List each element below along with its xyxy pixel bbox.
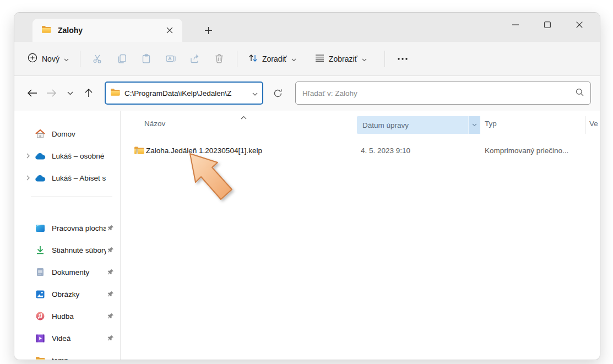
sidebar-item-videos[interactable]: Videá [17,327,118,349]
pin-icon [106,335,115,342]
folder-icon [41,25,51,36]
chevron-down-icon [362,55,367,63]
view-button-label: Zobraziť [329,55,357,63]
onedrive-icon [34,153,46,160]
pin-icon [106,247,115,254]
expand-chevron-icon[interactable] [22,175,34,181]
sidebar-item-onedrive-business[interactable]: Lukáš – Abiset s.r.o [17,167,118,189]
search-input[interactable] [302,89,576,97]
recent-locations-chevron-icon[interactable] [61,84,79,102]
file-type: Komprimovaný priečino... [485,146,568,155]
window-controls [500,13,595,39]
home-icon [34,129,46,138]
sidebar-item-label: Videá [52,334,106,343]
pictures-icon [34,290,46,298]
sidebar-item-label: Lukáš – Abiset s.r.o [52,174,106,182]
videos-icon [34,334,46,343]
more-options-button[interactable] [390,48,415,70]
file-list-pane: Názov Dátum úpravy Typ Ve Zaloha.Jedáleň… [121,111,600,360]
close-button[interactable] [563,13,595,37]
pin-icon [106,291,115,298]
toolbar-separator [80,51,80,67]
search-box[interactable] [295,82,591,105]
sort-button[interactable]: Zoradiť [243,49,302,69]
sidebar-item-documents[interactable]: Dokumenty [17,261,118,283]
sidebar-separator [31,197,112,197]
share-button[interactable] [183,48,207,70]
delete-button[interactable] [207,48,231,70]
filter-chevron-icon[interactable] [468,116,480,134]
sidebar-item-label: Domov [52,130,106,138]
documents-icon [34,268,46,276]
downloads-icon [34,246,46,254]
command-bar: Nový Zoradiť [14,42,600,76]
toolbar-separator [384,51,385,67]
file-name[interactable]: Zaloha.Jedáleň 1.20230504[1].kelp [146,146,262,155]
tab-bar: Zalohy [14,13,600,42]
sidebar-item-home[interactable]: Domov [17,123,118,145]
folder-icon [110,88,120,99]
sidebar-item-music[interactable]: Hudba [17,305,118,327]
up-button[interactable] [79,84,98,102]
sidebar-item-pictures[interactable]: Obrázky [17,283,118,305]
sidebar-item-desktop[interactable]: Pracovná plocha [17,217,118,239]
paste-button[interactable] [134,48,159,70]
tab-title: Zalohy [58,26,162,35]
pin-icon [106,225,115,232]
onedrive-icon [34,175,46,182]
sidebar-item-label: Pracovná plocha [52,224,106,232]
tab-close-icon[interactable] [162,23,177,37]
new-button[interactable]: Nový [22,48,74,69]
pin-icon [106,269,115,276]
folder-icon [34,356,46,361]
new-button-label: Nový [42,55,59,63]
zip-folder-icon [134,146,144,156]
column-header-modified[interactable]: Dátum úpravy [357,116,480,134]
forward-button[interactable] [42,84,61,102]
sidebar-item-label: Dokumenty [52,268,106,276]
cut-button[interactable] [86,48,110,70]
rename-button[interactable] [159,48,183,70]
desktop-icon [34,224,46,232]
sort-arrows-icon [248,53,258,64]
sidebar-item-label: Hudba [52,312,106,320]
sidebar-item-label: Lukáš – osobné [52,152,106,160]
navigation-pane: Domov Lukáš – osobné [14,111,121,360]
content-area: Domov Lukáš – osobné [14,111,600,360]
refresh-button[interactable] [267,82,289,104]
chevron-down-icon [64,55,69,63]
file-row[interactable]: Zaloha.Jedáleň 1.20230504[1].kelp 4. 5. … [121,142,600,160]
copy-button[interactable] [110,48,134,70]
sidebar-item-label: temp [52,356,106,361]
sidebar-item-onedrive-personal[interactable]: Lukáš – osobné [17,145,118,167]
sidebar-item-temp[interactable]: temp [17,349,118,360]
file-modified-date: 4. 5. 2023 9:10 [361,146,410,155]
view-button[interactable]: Zobraziť [310,50,372,68]
minimize-button[interactable] [500,13,531,37]
plus-circle-icon [28,53,37,64]
view-lines-icon [315,54,324,64]
tab-zalohy[interactable]: Zalohy [32,19,182,42]
maximize-button[interactable] [531,13,563,37]
address-row: C:\ProgramData\iKelp\Jedalen\Z [14,76,600,110]
chevron-down-icon [291,55,296,63]
music-icon [34,312,46,320]
address-path[interactable]: C:\ProgramData\iKelp\Jedalen\Z [124,89,252,97]
expand-chevron-icon[interactable] [22,153,34,159]
column-headers: Názov Dátum úpravy Typ Ve [121,116,600,134]
column-header-name[interactable]: Názov [144,119,165,128]
sidebar-item-label: Stiahnuté súbory [52,246,106,254]
pin-icon [106,313,115,320]
sidebar-item-label: Obrázky [52,290,106,298]
new-tab-button[interactable] [200,23,216,38]
address-bar[interactable]: C:\ProgramData\iKelp\Jedalen\Z [105,82,263,105]
back-button[interactable] [23,84,42,102]
column-header-size[interactable]: Ve [589,119,598,128]
sort-button-label: Zoradiť [262,55,287,63]
file-explorer-window: Zalohy Nový [14,12,600,360]
address-dropdown-chevron-icon[interactable] [252,88,258,98]
column-separator[interactable] [585,116,585,134]
toolbar-separator [237,51,237,67]
column-header-type[interactable]: Typ [485,119,497,128]
sidebar-item-downloads[interactable]: Stiahnuté súbory [17,239,118,261]
